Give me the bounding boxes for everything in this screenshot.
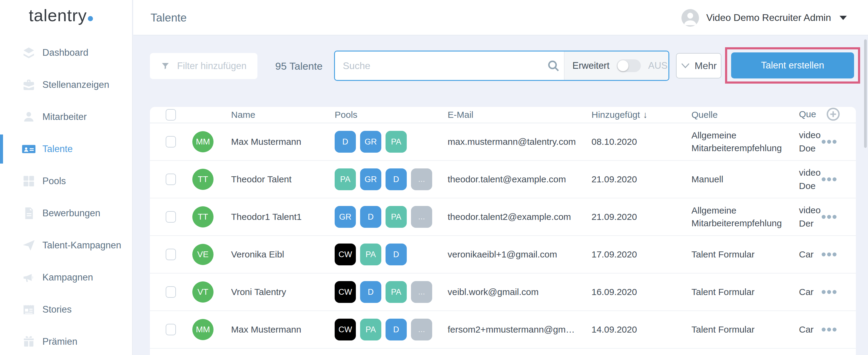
table-row[interactable]: MM Max Mustermann CWPAD… fersom2+mmuster… bbox=[150, 311, 856, 349]
briefcase-icon bbox=[22, 78, 36, 92]
row-menu-button[interactable] bbox=[819, 175, 839, 184]
row-menu-button[interactable] bbox=[819, 213, 839, 221]
sidebar-item-label: Prämien bbox=[42, 336, 77, 347]
extra-cell: video Doe bbox=[799, 128, 822, 155]
row-menu-button[interactable] bbox=[819, 138, 839, 146]
toggle-knob bbox=[618, 60, 628, 71]
talent-count: 95 Talente bbox=[267, 53, 331, 79]
pool-chip[interactable]: CW bbox=[335, 243, 356, 265]
row-checkbox[interactable] bbox=[166, 324, 176, 335]
row-checkbox[interactable] bbox=[166, 211, 176, 223]
pool-chip[interactable]: CW bbox=[335, 319, 356, 341]
sidebar-item-stories[interactable]: Stories bbox=[0, 294, 132, 326]
pools-cell: CWPAD… bbox=[332, 319, 445, 341]
row-menu-button[interactable] bbox=[819, 250, 839, 259]
gift-icon bbox=[22, 335, 36, 349]
table-row[interactable]: VE Veronika Eibl CWPAD veronikaeibl+1@gm… bbox=[150, 236, 856, 273]
pool-chip[interactable]: … bbox=[411, 319, 432, 341]
talent-email: theodor.talent2@example.com bbox=[447, 212, 571, 222]
more-button[interactable]: Mehr bbox=[676, 53, 721, 79]
vertical-scrollbar[interactable] bbox=[864, 39, 867, 148]
search-input-wrap bbox=[335, 52, 564, 80]
sidebar-item-dashboard[interactable]: Dashboard bbox=[0, 37, 132, 69]
table-row[interactable]: MM Max Mustermann DGRPA max.mustermann@t… bbox=[150, 123, 856, 161]
sidebar-item-talent-kampagnen[interactable]: Talent-Kampagnen bbox=[0, 229, 132, 261]
column-header-pools[interactable]: Pools bbox=[335, 110, 358, 120]
talentry-logo[interactable]: talentry bbox=[29, 5, 93, 25]
row-menu-button[interactable] bbox=[819, 325, 839, 334]
row-checkbox[interactable] bbox=[166, 286, 176, 298]
extra-cell: Car bbox=[799, 248, 822, 261]
sidebar-item-praemien[interactable]: Prämien bbox=[0, 326, 132, 355]
added-date: 16.09.2020 bbox=[591, 287, 637, 297]
user-menu[interactable]: Video Demo Recruiter Admin bbox=[681, 0, 847, 35]
pool-chip[interactable]: … bbox=[411, 169, 432, 190]
column-header-source[interactable]: Quelle bbox=[691, 110, 718, 120]
added-date: 21.09.2020 bbox=[591, 212, 637, 222]
main-content: Filter hinzufügen 95 Talente Erweitert A… bbox=[133, 35, 868, 355]
sidebar-item-stellenanzeigen[interactable]: Stellenanzeigen bbox=[0, 69, 132, 101]
pool-chip[interactable]: PA bbox=[385, 206, 407, 228]
logo-dot bbox=[88, 16, 93, 21]
talent-email: fersom2+mmustermann@gm… bbox=[447, 324, 575, 335]
pool-chip[interactable]: CW bbox=[335, 281, 356, 303]
select-all-checkbox[interactable] bbox=[166, 109, 176, 121]
column-header-extra[interactable]: Que bbox=[799, 109, 816, 119]
avatar: MM bbox=[192, 131, 214, 152]
pools-cell: PAGRD… bbox=[332, 169, 445, 190]
sidebar-item-mitarbeiter[interactable]: Mitarbeiter bbox=[0, 101, 132, 133]
pool-chip[interactable]: D bbox=[360, 206, 381, 228]
newspaper-icon bbox=[22, 303, 36, 317]
pool-chip[interactable]: D bbox=[385, 169, 407, 190]
talent-name: Veronika Eibl bbox=[231, 249, 284, 260]
pool-chip[interactable]: D bbox=[385, 243, 407, 265]
pool-chip[interactable]: D bbox=[335, 131, 356, 153]
sidebar-item-pools[interactable]: Pools bbox=[0, 165, 132, 197]
talent-name: Theodor Talent bbox=[231, 174, 292, 184]
pool-chip[interactable]: PA bbox=[335, 169, 356, 190]
pool-chip[interactable]: PA bbox=[385, 131, 407, 153]
row-checkbox[interactable] bbox=[166, 249, 176, 260]
pool-chip[interactable]: D bbox=[385, 319, 407, 341]
pool-chip[interactable]: PA bbox=[360, 243, 381, 265]
pool-chip[interactable]: D bbox=[360, 281, 381, 303]
search-icon[interactable] bbox=[543, 59, 564, 72]
pool-chip[interactable]: PA bbox=[385, 281, 407, 303]
sidebar-item-label: Mitarbeiter bbox=[42, 112, 87, 122]
table-row[interactable]: VT Vroni Talentry CWDPA… veibl.work@gmai… bbox=[150, 273, 856, 311]
sidebar-item-kampagnen[interactable]: Kampagnen bbox=[0, 261, 132, 294]
added-date: 21.09.2020 bbox=[591, 174, 637, 184]
advanced-toggle[interactable] bbox=[617, 59, 641, 72]
active-indicator bbox=[0, 135, 3, 164]
filter-icon bbox=[161, 61, 170, 71]
sort-desc-icon[interactable]: ↓ bbox=[643, 110, 648, 120]
row-checkbox[interactable] bbox=[166, 136, 176, 148]
document-icon bbox=[22, 206, 36, 220]
talents-table: Name Pools E-Mail Hinzugefügt ↓ Quelle Q… bbox=[150, 107, 856, 355]
table-row[interactable]: CWPAD… bbox=[150, 349, 856, 355]
column-header-email[interactable]: E-Mail bbox=[447, 110, 473, 120]
pool-chip[interactable]: GR bbox=[360, 131, 381, 153]
avatar: MM bbox=[192, 319, 214, 340]
add-filter-button[interactable]: Filter hinzufügen bbox=[150, 53, 257, 79]
sidebar-item-bewerbungen[interactable]: Bewerbungen bbox=[0, 197, 132, 229]
pool-chip[interactable]: … bbox=[411, 206, 432, 228]
sidebar-item-talente[interactable]: Talente bbox=[0, 133, 132, 165]
pools-cell: CWDPA… bbox=[332, 281, 445, 303]
row-menu-button[interactable] bbox=[819, 288, 839, 297]
column-header-name[interactable]: Name bbox=[231, 110, 255, 120]
column-header-added[interactable]: Hinzugefügt bbox=[591, 110, 640, 120]
megaphone-icon bbox=[22, 270, 36, 285]
added-date: 14.09.2020 bbox=[591, 324, 637, 335]
create-talent-button[interactable]: Talent erstellen bbox=[731, 52, 854, 79]
pool-chip[interactable]: GR bbox=[360, 169, 381, 190]
table-row[interactable]: TT Theodor1 Talent1 GRDPA… theodor.talen… bbox=[150, 198, 856, 236]
row-checkbox[interactable] bbox=[166, 174, 176, 185]
sidebar-item-label: Stories bbox=[42, 304, 71, 315]
search-input[interactable] bbox=[335, 52, 543, 80]
pool-chip[interactable]: PA bbox=[360, 319, 381, 341]
table-row[interactable]: TT Theodor Talent PAGRD… theodor.talent@… bbox=[150, 161, 856, 198]
pool-chip[interactable]: GR bbox=[335, 206, 356, 228]
pool-chip[interactable]: … bbox=[411, 281, 432, 303]
add-column-button[interactable] bbox=[826, 107, 840, 122]
